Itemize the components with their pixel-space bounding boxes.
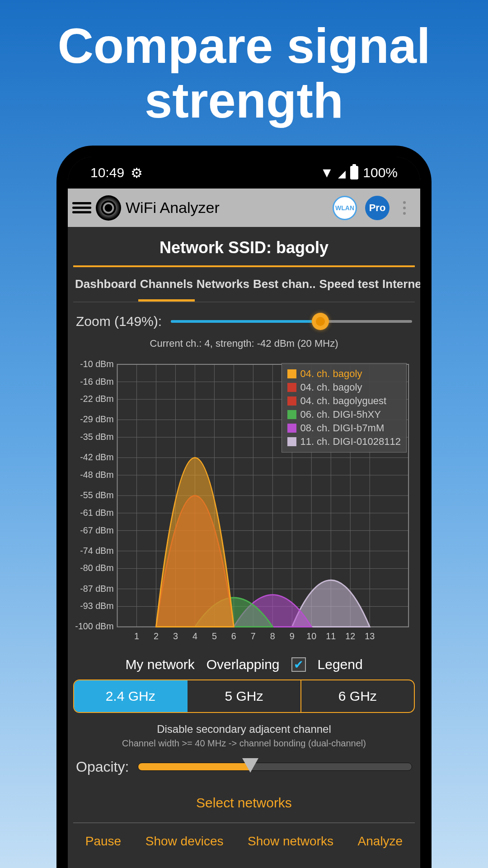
legend-swatch bbox=[287, 369, 296, 378]
bottom-actions: PauseShow devicesShow networksAnalyze bbox=[73, 823, 415, 849]
svg-text:-42 dBm: -42 dBm bbox=[80, 452, 113, 462]
wlan-button[interactable]: WLAN bbox=[333, 196, 357, 220]
svg-text:-87 dBm: -87 dBm bbox=[80, 584, 113, 594]
action-pause[interactable]: Pause bbox=[85, 834, 121, 849]
band-tab-24ghz[interactable]: 2.4 GHz bbox=[74, 680, 188, 712]
svg-text:10: 10 bbox=[306, 631, 316, 641]
chart-legend: 04. ch. bagoly04. ch. bagoly04. ch. bago… bbox=[282, 363, 407, 453]
svg-text:1: 1 bbox=[134, 631, 139, 641]
hero-title: Compare signal strength bbox=[0, 0, 488, 127]
hero-line1: Compare signal bbox=[0, 18, 488, 73]
svg-text:11: 11 bbox=[326, 631, 336, 641]
legend-checkbox[interactable]: ✔ bbox=[291, 657, 306, 672]
app-bar: WiFi Analyzer WLAN Pro bbox=[68, 189, 420, 227]
band-tabs: 2.4 GHz5 GHz6 GHz bbox=[73, 679, 415, 713]
legend-item: 11. ch. DIGI-01028112 bbox=[287, 435, 401, 448]
status-bar: 10:49 ▼ 100% bbox=[68, 157, 420, 189]
phone-frame: 10:49 ▼ 100% WiFi Analyzer WLAN Pro Netw… bbox=[56, 146, 432, 868]
legend-swatch bbox=[287, 410, 296, 419]
divider bbox=[73, 265, 415, 267]
legend-swatch bbox=[287, 383, 296, 392]
status-battery: 100% bbox=[363, 165, 398, 180]
app-title: WiFi Analyzer bbox=[126, 199, 328, 217]
wifi-icon: ▼ bbox=[320, 165, 334, 180]
svg-text:-61 dBm: -61 dBm bbox=[80, 508, 113, 518]
legend-item: 08. ch. DIGI-b7mM bbox=[287, 421, 401, 435]
svg-text:8: 8 bbox=[270, 631, 275, 641]
legend-label: 11. ch. DIGI-01028112 bbox=[300, 436, 401, 448]
legend-swatch bbox=[287, 437, 296, 446]
hamburger-menu-icon[interactable] bbox=[72, 200, 91, 216]
legend-swatch bbox=[287, 396, 296, 406]
svg-text:-29 dBm: -29 dBm bbox=[80, 414, 113, 424]
band-tab-6ghz[interactable]: 6 GHz bbox=[301, 680, 414, 712]
legend-label: 08. ch. DIGI-b7mM bbox=[300, 422, 384, 434]
svg-text:3: 3 bbox=[173, 631, 178, 641]
select-networks-link[interactable]: Select networks bbox=[73, 783, 415, 822]
tab-bar: DashboardChannelsNetworksBest chan..Spee… bbox=[73, 269, 415, 302]
tab-dashboard[interactable]: Dashboard bbox=[73, 269, 138, 302]
tab-internet[interactable]: Internet bbox=[380, 269, 420, 302]
zoom-row: Zoom (149%): bbox=[73, 302, 415, 335]
content-area: Network SSID: bagoly DashboardChannelsNe… bbox=[68, 227, 420, 868]
svg-text:-55 dBm: -55 dBm bbox=[80, 490, 113, 500]
legend-item: 04. ch. bagoly bbox=[287, 381, 401, 394]
app-logo-icon bbox=[96, 195, 121, 221]
legend-item: 04. ch. bagoly bbox=[287, 367, 401, 381]
svg-text:-48 dBm: -48 dBm bbox=[80, 470, 113, 480]
hint-line2: Channel width >= 40 MHz -> channel bondi… bbox=[73, 736, 415, 749]
svg-text:6: 6 bbox=[231, 631, 236, 641]
svg-text:7: 7 bbox=[251, 631, 256, 641]
legend-item: 06. ch. DIGI-5hXY bbox=[287, 408, 401, 421]
legend-item: 04. ch. bagolyguest bbox=[287, 394, 401, 408]
legend-label: 04. ch. bagoly bbox=[300, 368, 362, 380]
action-show-devices[interactable]: Show devices bbox=[145, 834, 224, 849]
chart-toggle-row: My network Overlapping ✔ Legend bbox=[73, 651, 415, 679]
svg-text:13: 13 bbox=[365, 631, 375, 641]
chart: -10 dBm-16 dBm-22 dBm-29 dBm-35 dBm-42 d… bbox=[73, 353, 415, 651]
toggle-my-network[interactable]: My network bbox=[125, 657, 194, 672]
battery-icon bbox=[350, 166, 358, 179]
zoom-label: Zoom (149%): bbox=[76, 314, 162, 329]
legend-swatch bbox=[287, 424, 296, 433]
status-time: 10:49 bbox=[90, 165, 124, 180]
svg-text:-16 dBm: -16 dBm bbox=[80, 377, 113, 387]
action-analyze[interactable]: Analyze bbox=[358, 834, 403, 849]
svg-text:-10 dBm: -10 dBm bbox=[80, 359, 113, 369]
legend-label: 06. ch. DIGI-5hXY bbox=[300, 409, 381, 420]
svg-text:-80 dBm: -80 dBm bbox=[80, 563, 113, 573]
toggle-overlapping[interactable]: Overlapping bbox=[206, 657, 280, 672]
tab-speed-test[interactable]: Speed test bbox=[318, 269, 381, 302]
legend-label: 04. ch. bagoly bbox=[300, 382, 362, 393]
svg-text:-93 dBm: -93 dBm bbox=[80, 601, 113, 611]
gear-icon bbox=[131, 165, 143, 181]
svg-text:2: 2 bbox=[154, 631, 159, 641]
channel-hints: Disable secondary adjacent channel Chann… bbox=[73, 713, 415, 753]
svg-text:-22 dBm: -22 dBm bbox=[80, 394, 113, 404]
band-tab-5ghz[interactable]: 5 GHz bbox=[188, 680, 301, 712]
tab-networks[interactable]: Networks bbox=[195, 269, 251, 302]
svg-text:5: 5 bbox=[212, 631, 217, 641]
opacity-slider[interactable] bbox=[138, 763, 412, 772]
screen: 10:49 ▼ 100% WiFi Analyzer WLAN Pro Netw… bbox=[68, 157, 420, 868]
svg-text:12: 12 bbox=[345, 631, 355, 641]
svg-text:4: 4 bbox=[192, 631, 197, 641]
toggle-legend-label: Legend bbox=[318, 657, 363, 672]
overflow-menu-icon[interactable] bbox=[398, 201, 411, 215]
svg-text:-67 dBm: -67 dBm bbox=[80, 525, 113, 535]
signal-icon bbox=[338, 165, 346, 180]
opacity-row: Opacity: bbox=[73, 753, 415, 783]
svg-text:-35 dBm: -35 dBm bbox=[80, 432, 113, 442]
tab-best-chan-[interactable]: Best chan.. bbox=[251, 269, 318, 302]
hint-line1: Disable secondary adjacent channel bbox=[73, 723, 415, 736]
opacity-label: Opacity: bbox=[76, 759, 129, 775]
svg-text:-100 dBm: -100 dBm bbox=[75, 621, 113, 631]
svg-text:-74 dBm: -74 dBm bbox=[80, 546, 113, 556]
hero-line2: strength bbox=[0, 73, 488, 127]
pro-button[interactable]: Pro bbox=[365, 196, 389, 220]
action-show-networks[interactable]: Show networks bbox=[248, 834, 333, 849]
network-ssid-title: Network SSID: bagoly bbox=[73, 227, 415, 265]
tab-channels[interactable]: Channels bbox=[138, 269, 195, 302]
zoom-slider[interactable] bbox=[171, 312, 412, 330]
chart-caption: Current ch.: 4, strength: -42 dBm (20 MH… bbox=[73, 335, 415, 353]
